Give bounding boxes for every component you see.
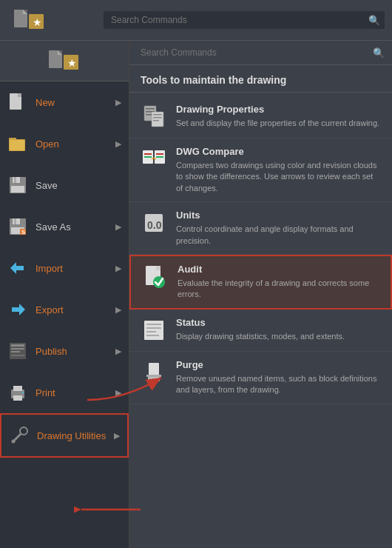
content-item-units[interactable]: 0.0 Units Control coordinate and angle d…	[129, 202, 392, 255]
content-area: 🔍 Tools to maintain the drawing	[129, 41, 392, 548]
drawing-props-icon	[141, 104, 167, 130]
export-arrow: ▶	[115, 305, 121, 315]
svg-rect-59	[156, 266, 160, 270]
audit-desc: Evaluate the integrity of a drawing and …	[178, 278, 379, 301]
content-title: Tools to maintain the drawing	[141, 74, 381, 86]
top-search-wrapper: 🔍	[104, 11, 385, 29]
content-item-status[interactable]: Status Display drawing statistics, modes…	[129, 310, 392, 352]
import-arrow: ▶	[115, 264, 121, 273]
top-search-input[interactable]	[104, 11, 385, 29]
status-icon	[141, 317, 167, 344]
audit-text: Audit Evaluate the integrity of a drawin…	[178, 264, 379, 301]
svg-rect-48	[153, 120, 159, 121]
drawing-utilities-label: Drawing Utilities	[37, 430, 114, 441]
svg-marker-27	[12, 304, 25, 315]
svg-rect-19	[11, 186, 24, 193]
drawing-utilities-icon	[7, 424, 31, 447]
dwg-compare-icon	[141, 146, 167, 173]
svg-rect-30	[11, 348, 24, 350]
sidebar-item-new[interactable]: New ▶	[0, 81, 129, 123]
svg-rect-47	[153, 117, 162, 118]
save-label: Save	[36, 180, 121, 191]
sidebar-item-import[interactable]: Import ▶	[0, 247, 129, 289]
publish-arrow: ▶	[115, 347, 121, 356]
svg-rect-54	[156, 156, 163, 158]
dwg-compare-text: DWG Compare Compares two drawings using …	[176, 146, 381, 194]
svg-rect-29	[11, 344, 24, 347]
drawing-props-text: Drawing Properties Set and display the f…	[176, 104, 381, 129]
svg-rect-42	[146, 108, 155, 110]
sidebar-item-publish[interactable]: Publish ▶	[0, 330, 129, 372]
status-desc: Display drawing statistics, modes, and e…	[176, 331, 381, 342]
sidebar-item-drawing-utilities[interactable]: Drawing Utilities ▶	[0, 413, 129, 458]
svg-rect-52	[144, 156, 152, 158]
export-label: Export	[36, 304, 115, 315]
svg-rect-31	[11, 351, 20, 352]
svg-text:S: S	[21, 229, 26, 235]
content-item-drawing-properties[interactable]: Drawing Properties Set and display the f…	[129, 96, 392, 138]
print-arrow: ▶	[115, 388, 121, 398]
drawing-props-title: Drawing Properties	[176, 104, 381, 115]
audit-icon	[142, 264, 169, 290]
svg-text:★: ★	[67, 57, 77, 69]
content-item-purge[interactable]: Purge Remove unused named items, such as…	[129, 352, 392, 404]
open-icon	[6, 132, 30, 156]
open-label: Open	[36, 138, 115, 150]
svg-text:★: ★	[33, 16, 42, 28]
sidebar-item-save-as[interactable]: S Save As ▶	[0, 206, 129, 247]
svg-rect-53	[156, 153, 163, 155]
content-search-icon: 🔍	[373, 47, 385, 59]
save-icon	[6, 173, 30, 197]
svg-rect-64	[146, 331, 156, 333]
svg-rect-62	[146, 324, 161, 325]
svg-marker-26	[10, 262, 24, 274]
audit-title: Audit	[178, 264, 379, 275]
sidebar-item-export[interactable]: Export ▶	[0, 289, 129, 330]
svg-rect-66	[149, 363, 159, 376]
import-label: Import	[36, 263, 115, 274]
publish-icon	[6, 339, 30, 363]
purge-desc: Remove unused named items, such as block…	[176, 373, 381, 396]
purge-text: Purge Remove unused named items, such as…	[176, 359, 381, 396]
svg-rect-34	[13, 386, 22, 391]
content-item-audit[interactable]: Audit Evaluate the integrity of a drawin…	[129, 255, 392, 310]
print-icon	[6, 381, 30, 404]
content-item-dwg-compare[interactable]: DWG Compare Compares two drawings using …	[129, 138, 392, 202]
svg-rect-69	[149, 378, 151, 381]
svg-rect-15	[10, 140, 24, 150]
dwg-compare-desc: Compares two drawings using color and re…	[176, 160, 381, 194]
sidebar-header: ★	[0, 41, 129, 81]
status-text: Status Display drawing statistics, modes…	[176, 317, 381, 342]
svg-text:0.0: 0.0	[147, 219, 162, 231]
svg-rect-35	[13, 395, 22, 401]
publish-label: Publish	[36, 346, 115, 357]
svg-rect-44	[146, 114, 152, 116]
sidebar-item-open[interactable]: Open ▶	[0, 123, 129, 164]
sidebar-item-save[interactable]: Save	[0, 164, 129, 206]
svg-rect-36	[22, 392, 24, 393]
svg-rect-71	[155, 378, 157, 381]
purge-icon	[141, 359, 167, 386]
units-icon: 0.0	[141, 210, 167, 236]
drawing-utilities-arrow: ▶	[114, 431, 120, 441]
content-header: Tools to maintain the drawing	[129, 65, 392, 93]
save-as-arrow: ▶	[115, 222, 121, 232]
status-title: Status	[176, 317, 381, 328]
top-mini-bar: ★ 🔍	[0, 0, 392, 41]
sidebar-menu: New ▶ Open ▶	[0, 81, 129, 548]
sidebar-item-print[interactable]: Print ▶	[0, 372, 129, 413]
svg-rect-46	[153, 114, 162, 116]
content-search-bar: 🔍	[129, 41, 392, 65]
dwg-compare-title: DWG Compare	[176, 146, 381, 157]
new-arrow: ▶	[115, 98, 121, 107]
main-container: ★ New ▶	[0, 41, 392, 548]
svg-rect-70	[152, 378, 154, 381]
units-desc: Control coordinate and angle display for…	[176, 224, 381, 247]
top-search-icon: 🔍	[368, 15, 380, 26]
svg-rect-18	[14, 177, 16, 183]
new-icon	[6, 90, 30, 114]
purge-title: Purge	[176, 359, 381, 370]
open-arrow: ▶	[115, 139, 121, 149]
save-as-label: Save As	[36, 221, 115, 233]
content-search-input[interactable]	[137, 46, 385, 59]
